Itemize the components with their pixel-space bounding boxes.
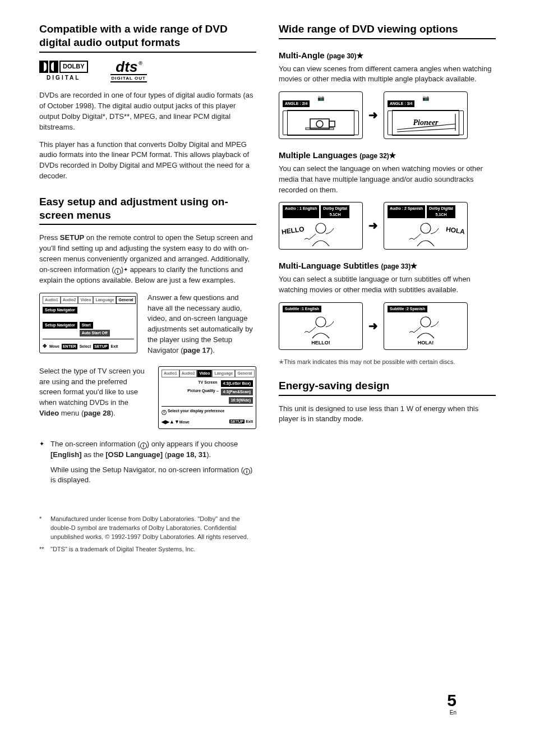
txt: Select the type of TV screen you are usi…	[39, 367, 145, 407]
svg-point-8	[421, 223, 431, 233]
diamond-icon: ✦	[123, 266, 128, 273]
setup-bold: SETUP	[60, 233, 84, 242]
txt: ) only appears if you choose	[147, 440, 238, 448]
page-num-value: 5	[447, 692, 456, 709]
txt: ).	[210, 346, 215, 354]
subhead-subtitles: Multi-Language Subtitles (page 33)✭	[279, 260, 496, 272]
osd-chip: Setup Navigator	[43, 307, 77, 314]
arrow-icon: ➜	[368, 107, 378, 123]
illus-multiple-languages: Audio : 1 English Dolby Digital5.1CH HEL…	[279, 202, 496, 250]
dolby-d-icon	[39, 61, 48, 73]
arrows-icon: ✥	[43, 343, 47, 350]
para-setup: Press SETUP on the remote control to ope…	[39, 233, 256, 285]
txt: Press	[39, 233, 60, 242]
osd-opt: 4:3(Letter Box)	[221, 380, 253, 387]
svg-point-10	[421, 317, 431, 327]
para-multiple-languages: You can select the language on when watc…	[279, 164, 496, 196]
page-ref: page 17	[183, 346, 210, 354]
dolby-digital-label: DIGITAL	[47, 74, 80, 82]
osd-tab: General	[116, 296, 135, 304]
osd-foot-txt: Move	[179, 420, 190, 424]
character-icon	[301, 220, 340, 247]
subhead-multi-angle: Multi-Angle (page 30)✭	[279, 49, 496, 62]
dolby-word: DOLBY	[59, 61, 88, 73]
osd-foot-txt: Move	[49, 344, 59, 349]
info-icon: i	[140, 442, 147, 449]
osd-bar: Audio : 2 Spanish	[388, 205, 425, 218]
osd-opt: 16:9(Wide)	[229, 397, 253, 404]
osd-label: Setup Navigator	[43, 322, 77, 329]
speech-hola: HOLA	[445, 225, 465, 237]
arrow-icon: ➜	[368, 318, 378, 334]
para-compat-1: DVDs are recorded in one of four types o…	[39, 90, 256, 132]
osd-tab: Video	[78, 296, 93, 304]
arrow-icon: ➜	[368, 218, 378, 234]
txt: 5.1CH	[436, 213, 447, 216]
subhead-multiple-languages: Multiple Languages (page 32)✭	[279, 149, 496, 162]
dolby-logo: DOLBY DIGITAL	[39, 61, 88, 82]
txt: Multi-Angle	[279, 50, 327, 60]
txt: (	[163, 450, 167, 459]
osd-foot-btn: SETUP	[93, 344, 108, 349]
footnote-text: Manufactured under license from Dolby La…	[50, 515, 256, 542]
osd-bar: Subtitle :2 Spanish	[388, 306, 427, 312]
heading-energy: Energy-saving design	[279, 379, 496, 396]
dts-word: dts	[116, 58, 137, 75]
osd-bar: Subtitle :1 English	[283, 306, 321, 312]
osd-foot-btn: ENTER	[62, 344, 77, 349]
camera-icon: 📷	[422, 94, 429, 103]
osd-foot-btn: SETUP	[229, 420, 245, 423]
osd-info: Select your display preference	[168, 409, 225, 413]
page-number: 5 En	[447, 692, 456, 717]
osd-tab: Audio2	[179, 370, 197, 377]
footnote-mark: *	[39, 515, 47, 542]
osd-tab: Language	[93, 296, 116, 304]
osd-tab: Video	[197, 370, 212, 377]
diamond-icon: ✦	[39, 439, 45, 492]
camera-icon: 📷	[317, 94, 324, 103]
txt: Multiple Languages	[279, 150, 359, 160]
para-energy: This unit is designed to use less than 1…	[279, 404, 496, 425]
dts-logo: dts® DIGITAL OUT	[110, 61, 147, 83]
subtitle-hola: HOLA!	[388, 339, 464, 347]
heading-compat: Compatible with a wide range of DVD digi…	[39, 22, 256, 53]
txt: ).	[111, 409, 116, 417]
osd-foot-txt: Select	[80, 344, 91, 349]
heading-easy-setup: Easy setup and adjustment using on-scree…	[39, 195, 256, 225]
osd-bar: Audio : 1 English	[283, 205, 319, 218]
osd-bar: ANGLE : 2/4	[283, 100, 310, 107]
footnote-text: "DTS" is a trademark of Digital Theater …	[50, 545, 195, 554]
osd-tab: Language	[212, 370, 235, 377]
character-icon	[406, 220, 445, 247]
footnote-mark: **	[39, 545, 47, 554]
txt: Answer a few questions and have all the …	[147, 293, 253, 354]
star-icon: ✭	[411, 261, 417, 270]
txt: menu (	[59, 409, 84, 417]
info-icon: i	[243, 468, 250, 475]
caption-nav: Answer a few questions and have all the …	[147, 293, 256, 356]
footnotes: * Manufactured under license from Dolby …	[39, 515, 256, 554]
osd-tab: Audio1	[43, 296, 61, 304]
page-ref: (page 30)	[327, 52, 357, 60]
arrows-icon: ◀▶▲▼	[162, 419, 179, 425]
page-ref: (page 32)	[359, 152, 389, 160]
caption-tvscreen: Select the type of TV screen you are usi…	[39, 366, 148, 419]
page-ref: page 18, 31	[167, 450, 206, 459]
osd-video-menu: Audio1 Audio2 Video Language General TV …	[158, 366, 256, 429]
txt: While using the Setup Navigator, no on-s…	[50, 465, 243, 474]
para-subtitles: You can select a subtitle language or tu…	[279, 274, 496, 296]
txt: Multi-Language Subtitles	[279, 261, 381, 270]
osd-opt: 4:3(Pan&Scan)	[221, 389, 253, 395]
svg-point-7	[316, 223, 326, 233]
dts-sub: DIGITAL OUT	[110, 74, 147, 83]
osd-bar: ANGLE : 3/4	[388, 100, 414, 107]
txt: Dolby Digital	[429, 206, 453, 210]
illus-subtitles: Subtitle :1 English HELLO! ➜ Subtitle :2…	[279, 302, 496, 350]
para-compat-2: This player has a function that converts…	[39, 140, 256, 182]
txt: The on-screen information (	[50, 440, 140, 448]
pioneer-sketch: Pioneer	[392, 110, 460, 136]
info-icon: i	[162, 410, 167, 415]
para-multi-angle: You can view scenes from different camer…	[279, 64, 496, 85]
bold: [English]	[50, 450, 82, 459]
logo-row: DOLBY DIGITAL dts® DIGITAL OUT	[39, 61, 256, 83]
